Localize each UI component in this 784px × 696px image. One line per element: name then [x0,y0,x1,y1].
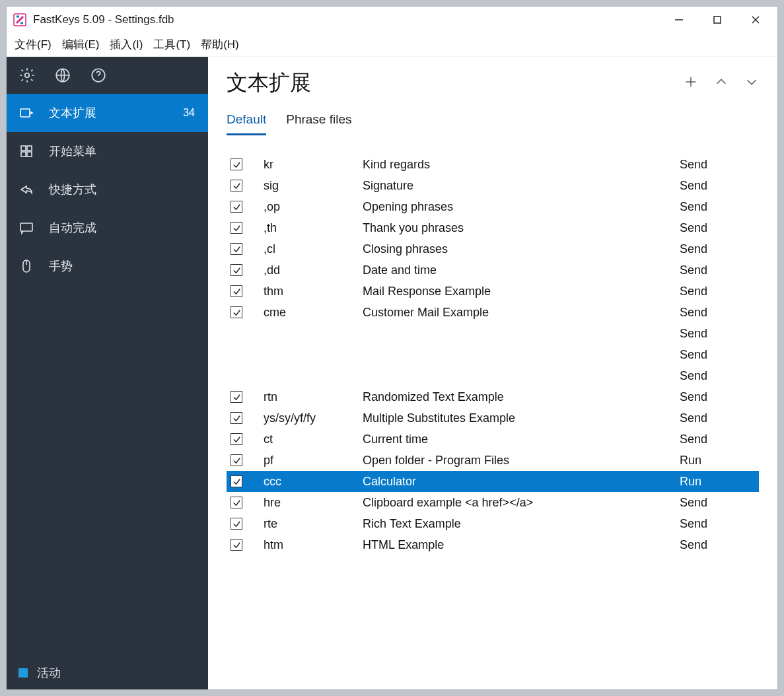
row-action: Send [680,538,759,552]
mouse-icon [18,258,34,274]
table-row[interactable]: Send [227,344,759,365]
table-row[interactable]: sigSignatureSend [227,175,759,196]
globe-icon[interactable] [54,67,71,84]
row-description: Closing phrases [363,242,680,256]
sidebar-item-start-menu[interactable]: 开始菜单 [7,132,208,170]
checkbox[interactable] [231,264,242,276]
table-row[interactable]: ,ddDate and timeSend [227,260,759,281]
table-row[interactable]: Send [227,365,759,386]
row-action: Send [680,179,759,193]
tab-phrase-files[interactable]: Phrase files [286,112,351,135]
close-button[interactable] [736,7,775,33]
row-checkbox-cell [227,497,264,508]
table-row[interactable]: ,opOpening phrasesSend [227,196,759,217]
row-abbr: cme [264,306,363,320]
header-actions [684,75,759,92]
checkbox[interactable] [231,201,242,213]
row-description: Calculator [363,475,680,489]
menu-edit[interactable]: 编辑(E) [59,34,102,55]
tab-default[interactable]: Default [227,112,266,135]
svg-rect-2 [714,17,721,23]
menu-insert[interactable]: 插入(I) [107,34,145,55]
table-row[interactable]: htmHTML ExampleSend [227,534,759,555]
sidebar-toolbar [7,57,208,94]
checkbox[interactable] [231,306,242,318]
row-action: Send [680,306,759,320]
move-down-button[interactable] [744,75,759,92]
row-action: Send [680,411,759,425]
table-row[interactable]: ys/sy/yf/fyMultiple Substitutes ExampleS… [227,407,759,429]
menu-help[interactable]: 帮助(H) [198,34,242,55]
main-header: 文本扩展 [227,69,759,98]
table-row[interactable]: krKind regardsSend [227,154,759,175]
table-row[interactable]: rteRich Text ExampleSend [227,513,759,534]
row-description: Current time [363,433,680,446]
sidebar-status[interactable]: 活动 [7,656,208,689]
table-row[interactable]: Send [227,323,759,344]
add-button[interactable] [684,75,698,92]
sidebar-item-label: 文本扩展 [49,105,168,121]
sidebar-item-shortcuts[interactable]: 快捷方式 [7,170,208,209]
checkbox[interactable] [231,180,242,191]
row-description: Opening phrases [363,200,680,214]
checkbox[interactable] [231,158,242,170]
app-window: FastKeys 5.09 - Settings.fdb 文件(F) 编辑(E)… [7,7,777,689]
table-row[interactable]: rtnRandomized Text ExampleSend [227,386,759,407]
move-up-button[interactable] [714,75,729,92]
row-action: Send [680,433,759,446]
row-checkbox-cell [227,539,264,551]
sidebar-item-gestures[interactable]: 手势 [7,247,208,285]
row-description: HTML Example [363,538,680,552]
sidebar-item-text-expand[interactable]: 文本扩展 34 [7,94,208,132]
window-controls [660,7,775,33]
checkbox[interactable] [231,497,242,508]
checkbox[interactable] [231,433,242,445]
row-abbr: thm [264,285,363,298]
sidebar-item-autocomplete[interactable]: 自动完成 [7,209,208,247]
row-action: Send [680,242,759,256]
row-action: Send [680,348,759,362]
checkbox[interactable] [231,475,242,487]
gear-icon[interactable] [18,67,36,84]
row-checkbox-cell [227,412,264,424]
message-icon [18,220,34,236]
share-icon [18,182,34,197]
checkbox[interactable] [231,243,242,255]
row-abbr: rte [264,517,363,531]
row-action: Send [680,496,759,510]
menu-tools[interactable]: 工具(T) [151,34,193,55]
sidebar-item-label: 手势 [49,258,195,274]
table-row[interactable]: thmMail Response ExampleSend [227,281,759,302]
help-icon[interactable] [90,67,107,84]
table-row[interactable]: pfOpen folder - Program FilesRun [227,450,759,471]
svg-rect-12 [27,152,32,157]
row-abbr: ,op [264,200,363,214]
row-abbr: ,th [264,221,363,235]
checkbox[interactable] [231,518,242,530]
checkbox[interactable] [231,391,242,403]
svg-rect-13 [20,223,32,231]
row-action: Send [680,221,759,235]
table-row[interactable]: ,thThank you phrasesSend [227,217,759,238]
sidebar-item-label: 自动完成 [49,220,195,236]
maximize-button[interactable] [698,7,736,33]
checkbox[interactable] [231,285,242,297]
table-row[interactable]: hreClipboard example <a href></a>Send [227,492,759,513]
checkbox[interactable] [231,222,242,234]
checkbox[interactable] [231,454,242,466]
table-row[interactable]: ,clClosing phrasesSend [227,238,759,260]
grid-icon [18,143,34,159]
svg-rect-9 [21,146,26,151]
row-abbr: sig [264,179,363,193]
row-abbr: ccc [264,475,363,489]
items-grid: krKind regardsSendsigSignatureSend,opOpe… [227,154,759,689]
row-checkbox-cell [227,158,264,170]
checkbox[interactable] [231,412,242,424]
main-panel: 文本扩展 Default Phrase files krKind regards… [208,57,777,689]
table-row[interactable]: ctCurrent timeSend [227,429,759,450]
minimize-button[interactable] [660,7,698,33]
checkbox[interactable] [231,539,242,551]
menu-file[interactable]: 文件(F) [12,34,54,55]
table-row[interactable]: cmeCustomer Mail ExampleSend [227,302,759,323]
table-row[interactable]: cccCalculatorRun [227,471,759,492]
